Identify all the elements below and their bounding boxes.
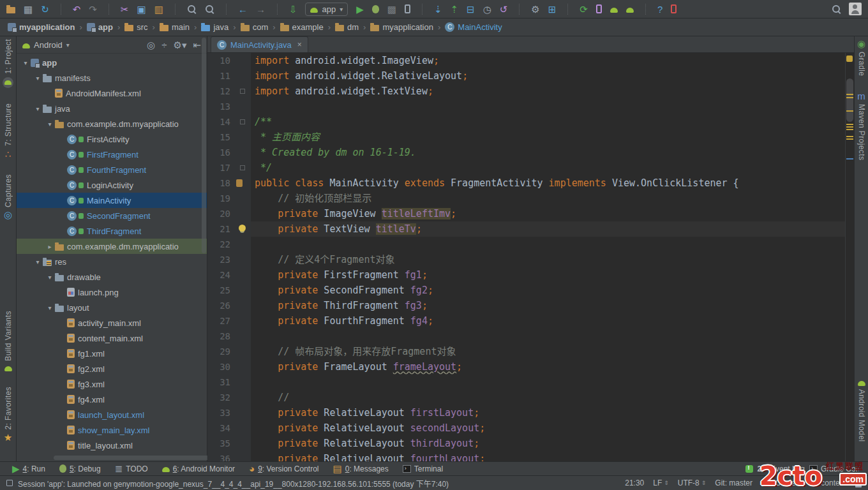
hide-panel-icon[interactable]: ⇤: [193, 40, 201, 50]
settings-icon[interactable]: ⚙: [531, 4, 539, 14]
tree-item[interactable]: FirstFragment: [17, 147, 207, 162]
cut-icon[interactable]: ✂: [121, 4, 129, 14]
tree-item[interactable]: MainActivity: [17, 193, 207, 208]
run-config-select[interactable]: app▾: [305, 3, 348, 16]
redo-icon[interactable]: ↷: [89, 4, 97, 14]
debug-icon[interactable]: [372, 5, 379, 13]
help-icon[interactable]: ?: [657, 4, 662, 14]
tree-item[interactable]: title_layout.xml: [17, 438, 207, 453]
vcs-changes-icon[interactable]: ⊟: [467, 4, 475, 14]
tree-item[interactable]: ▸com.example.dm.myapplicatio: [17, 239, 207, 254]
tool-button-todo[interactable]: ≣TODO: [108, 464, 155, 473]
breadcrumb-item[interactable]: java: [200, 21, 230, 33]
breadcrumb-item[interactable]: example: [279, 21, 325, 33]
breadcrumb-item[interactable]: myapplication: [369, 21, 435, 33]
tree-item[interactable]: launch_layout.xml: [17, 407, 207, 422]
code-line[interactable]: 27 private FourthFragment fg4;: [207, 313, 854, 329]
status-widget[interactable]: Git: master: [715, 479, 752, 487]
stripe-mark[interactable]: [846, 138, 853, 140]
vcs-update-icon[interactable]: ⇣: [434, 4, 442, 14]
code-line[interactable]: 29 // 帧布局对象，用来存放Fragment对象: [207, 344, 854, 359]
make-project-icon[interactable]: ⇩: [289, 4, 297, 14]
status-widget[interactable]: UTF-8⇕: [678, 479, 707, 487]
fold-marker-icon[interactable]: [240, 89, 245, 94]
code-line[interactable]: 35 private RelativeLayout thirdLayout;: [207, 436, 854, 451]
code-line[interactable]: 13: [207, 99, 854, 114]
tree-item[interactable]: fg2.xml: [17, 361, 207, 376]
chevron-down-icon[interactable]: ▾: [66, 41, 70, 48]
tree-item[interactable]: show_main_lay.xml: [17, 422, 207, 438]
breadcrumb-item[interactable]: app: [86, 21, 114, 33]
expand-arrow-icon[interactable]: ▾: [45, 121, 55, 128]
code-line[interactable]: 12import android.widget.TextView;: [207, 84, 854, 99]
code-line[interactable]: 17 */: [207, 160, 854, 175]
editor-scrollbar-thumb[interactable]: [846, 78, 853, 122]
intention-bulb-icon[interactable]: [239, 225, 246, 232]
code-line[interactable]: 10import android.widget.ImageView;: [207, 53, 854, 68]
search-everywhere-icon[interactable]: [832, 4, 841, 14]
expand-arrow-icon[interactable]: ▾: [33, 105, 43, 112]
tool-button-project[interactable]: 1: Project: [3, 39, 13, 88]
breadcrumb-item[interactable]: dm: [334, 21, 360, 33]
code-line[interactable]: 33 private RelativeLayout firstLayout;: [207, 405, 854, 420]
tool-button-version-control[interactable]: ◕9: Version Control: [242, 464, 326, 473]
tool-button-favorites[interactable]: 2: Favorites★: [4, 387, 13, 443]
find-icon[interactable]: [187, 4, 197, 14]
code-line[interactable]: 28: [207, 329, 854, 344]
run-icon[interactable]: ▶: [356, 4, 364, 14]
project-structure-icon[interactable]: ⊞: [548, 4, 557, 14]
tool-button-android-model[interactable]: Android Model: [857, 379, 866, 442]
stripe-mark[interactable]: [846, 126, 853, 128]
history-icon[interactable]: ◷: [483, 4, 491, 14]
status-widget[interactable]: 21:30: [625, 479, 644, 487]
rollback-icon[interactable]: ↺: [500, 4, 508, 14]
back-icon[interactable]: ←: [238, 4, 248, 14]
code-line[interactable]: 19 // 初始化顶部栏显示: [207, 191, 854, 206]
expand-arrow-icon[interactable]: ▾: [20, 59, 31, 66]
gradle-console-button[interactable]: Gradle Console: [809, 464, 859, 473]
fold-marker-icon[interactable]: [240, 119, 245, 124]
tool-button-build-variants[interactable]: Build Variants: [4, 311, 13, 371]
avd-manager-icon[interactable]: [596, 4, 602, 13]
stripe-mark[interactable]: [846, 110, 853, 112]
status-widget[interactable]: LF⇕: [653, 479, 669, 487]
panel-settings-icon[interactable]: ⚙▾: [173, 40, 186, 50]
tree-item[interactable]: FirstActivity: [17, 131, 207, 147]
code-line[interactable]: 11import android.widget.RelativeLayout;: [207, 68, 854, 84]
lock-icon[interactable]: [855, 482, 862, 487]
tool-button-captures[interactable]: Captures◎: [4, 174, 13, 220]
tool-button-debug[interactable]: 5: Debug: [52, 464, 108, 473]
genymotion-icon[interactable]: [671, 4, 677, 13]
stripe-mark[interactable]: [846, 97, 853, 98]
stripe-mark[interactable]: [846, 129, 853, 130]
expand-arrow-icon[interactable]: ▾: [45, 274, 55, 281]
code-line[interactable]: 34 private RelativeLayout secondLayout;: [207, 420, 854, 436]
tool-button-structure[interactable]: 7: Structure∴: [4, 103, 13, 159]
undo-icon[interactable]: ↶: [73, 4, 81, 14]
code-line[interactable]: 32 //: [207, 390, 854, 405]
open-icon[interactable]: [6, 7, 15, 13]
tool-button-maven[interactable]: mMaven Projects: [857, 91, 866, 160]
tool-button-terminal[interactable]: Terminal: [396, 464, 450, 473]
save-icon[interactable]: ▦: [24, 4, 33, 14]
code-line[interactable]: 14/**: [207, 114, 854, 130]
code-line[interactable]: 24 private FirstFragment fg1;: [207, 267, 854, 283]
locate-icon[interactable]: ◎: [147, 40, 155, 50]
expand-arrow-icon[interactable]: ▾: [33, 258, 43, 265]
stripe-mark[interactable]: [846, 158, 853, 160]
tree-item[interactable]: ▾java: [17, 101, 207, 116]
code-line[interactable]: 25 private SecondFragment fg2;: [207, 283, 854, 298]
coverage-icon[interactable]: ▩: [387, 4, 396, 14]
tree-vertical-scrollbar[interactable]: [202, 38, 206, 253]
status-widget[interactable]: ⇕: [761, 480, 767, 486]
breadcrumb-item[interactable]: src: [123, 21, 149, 33]
expand-arrow-icon[interactable]: ▾: [45, 304, 55, 311]
editor-tab-mainactivity[interactable]: MainActivity.java ×: [211, 36, 308, 52]
tree-item[interactable]: launch.png: [17, 285, 207, 300]
code-line[interactable]: 31: [207, 375, 854, 390]
tree-item[interactable]: LoginActivity: [17, 177, 207, 193]
expand-arrow-icon[interactable]: ▾: [33, 75, 43, 82]
close-icon[interactable]: ×: [297, 40, 302, 49]
tree-item[interactable]: fg1.xml: [17, 346, 207, 361]
status-widget[interactable]: Context: <no context>: [775, 479, 850, 487]
